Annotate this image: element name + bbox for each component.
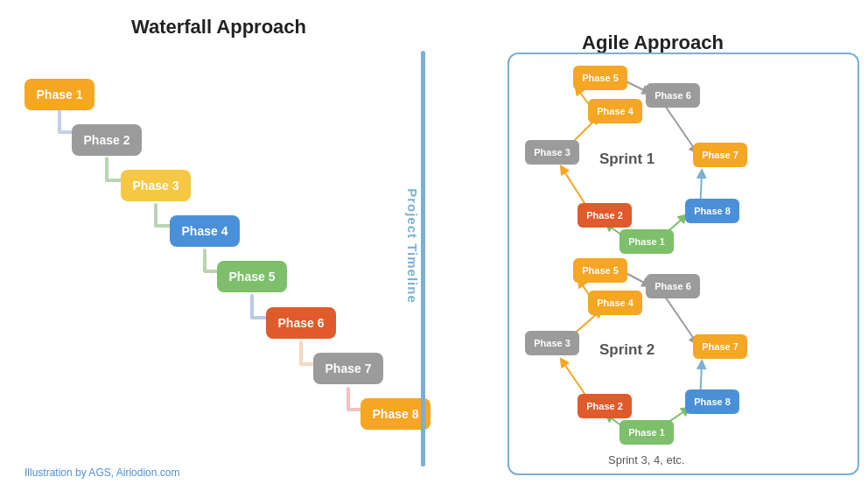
waterfall-section: Waterfall Approach Phase 1 Phase 2 Phase… <box>0 0 438 491</box>
sprint3-label: Sprint 3, 4, etc. <box>608 453 684 466</box>
svg-line-3 <box>663 103 696 151</box>
agile-border <box>508 53 859 475</box>
ag-s1-phase8: Phase 8 <box>685 199 739 223</box>
ag-s2-phase6: Phase 6 <box>646 274 700 298</box>
ag-s2-phase8: Phase 8 <box>685 389 739 414</box>
agile-section: Agile Approach <box>438 0 868 491</box>
svg-line-11 <box>663 294 696 341</box>
wf-phase-2: Phase 2 <box>72 124 142 156</box>
waterfall-title: Waterfall Approach <box>0 16 438 39</box>
wf-phase-1: Phase 1 <box>24 79 94 110</box>
sprint1-label: Sprint 1 <box>599 151 654 168</box>
wf-phase-5: Phase 5 <box>217 261 287 292</box>
ag-s2-phase4: Phase 4 <box>588 291 642 315</box>
timeline-label: Project Timeline <box>406 188 421 304</box>
ag-s1-phase2: Phase 2 <box>578 203 632 228</box>
ag-s2-phase3: Phase 3 <box>525 331 579 355</box>
ag-s1-phase7: Phase 7 <box>693 143 747 167</box>
footer-text: Illustration by AGS, Airiodion.com <box>24 466 179 479</box>
ag-s1-phase1: Phase 1 <box>620 229 674 254</box>
ag-s1-phase3: Phase 3 <box>525 140 579 165</box>
sprint2-label: Sprint 2 <box>599 341 654 359</box>
ag-s1-phase4: Phase 4 <box>588 99 642 123</box>
wf-phase-4: Phase 4 <box>170 215 240 247</box>
ag-s2-phase5: Phase 5 <box>573 258 627 283</box>
wf-phase-7: Phase 7 <box>313 353 383 384</box>
wf-phase-6: Phase 6 <box>266 307 336 339</box>
agile-title: Agile Approach <box>438 32 868 54</box>
ag-s2-phase1: Phase 1 <box>620 420 674 445</box>
wf-phase-8: Phase 8 <box>360 398 430 430</box>
main-container: Waterfall Approach Phase 1 Phase 2 Phase… <box>0 0 868 491</box>
ag-s2-phase7: Phase 7 <box>693 334 747 359</box>
ag-s1-phase6: Phase 6 <box>646 83 700 108</box>
wf-phase-3: Phase 3 <box>121 170 191 201</box>
timeline-bar <box>421 51 425 466</box>
ag-s1-phase5: Phase 5 <box>573 66 627 90</box>
ag-s2-phase2: Phase 2 <box>578 394 632 418</box>
